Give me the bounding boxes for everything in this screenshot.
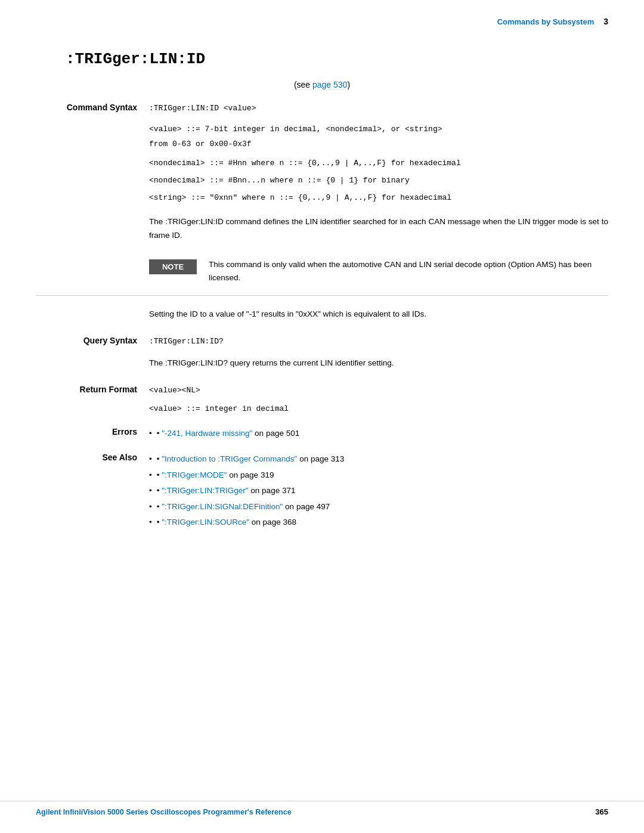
nondecimal2: <nondecimal> ::= #Bnn...n where n ::= {0…: [149, 175, 608, 187]
return-line2: <value> ::= integer in decimal: [149, 403, 608, 416]
nondecimal1: <nondecimal> ::= #Hnn where n ::= {0,..,…: [149, 157, 608, 170]
header-right: Commands by Subsystem 3: [497, 17, 608, 26]
see-also-link-2[interactable]: ":TRIGger:LIN:TRIGger": [162, 486, 248, 495]
command-syntax-content: :TRIGger:LIN:ID <value> <value> ::= 7-bi…: [149, 103, 608, 247]
header-page-number: 3: [603, 17, 608, 26]
content-area: :TRIGger:LIN:ID (see page 530) Command S…: [0, 32, 644, 577]
errors-section: Errors • "-241, Hardware missing" on pag…: [36, 427, 608, 443]
command-description: The :TRIGger:LIN:ID command defines the …: [149, 215, 608, 243]
query-description: The :TRIGger:LIN:ID? query returns the c…: [149, 357, 608, 370]
errors-content: • "-241, Hardware missing" on page 501: [149, 427, 608, 443]
return-format-content: <value><NL> <value> ::= integer in decim…: [149, 385, 608, 418]
section-label: Commands by Subsystem: [497, 17, 595, 26]
list-item: • "Introduction to :TRIGger Commands" on…: [149, 453, 608, 466]
command-syntax-label: Command Syntax: [36, 103, 149, 112]
note-box: NOTE This command is only valid when the…: [36, 258, 608, 285]
errors-list: • "-241, Hardware missing" on page 501: [149, 427, 608, 440]
list-item: • ":TRIGger:LIN:TRIGger" on page 371: [149, 484, 608, 497]
return-format-section: Return Format <value><NL> <value> ::= in…: [36, 385, 608, 418]
return-line1: <value><NL>: [149, 385, 608, 397]
value-line2: from 0-63 or 0x00-0x3f: [149, 138, 608, 151]
page-header: Commands by Subsystem 3: [0, 0, 644, 32]
see-page-link[interactable]: page 530: [312, 80, 347, 89]
see-also-link-4[interactable]: ":TRIGger:LIN:SOURce": [162, 518, 249, 527]
setting-id-content: Setting the ID to a value of "-1" result…: [149, 308, 608, 326]
query-syntax-section: Query Syntax :TRIGger:LIN:ID? The :TRIGg…: [36, 336, 608, 375]
divider: [36, 295, 608, 296]
page-title: :TRIGger:LIN:ID: [66, 50, 608, 68]
see-also-link-3[interactable]: ":TRIGger:LIN:SIGNal:DEFinition": [162, 502, 283, 511]
string-line: <string> ::= "0xnn" where n ::= {0,..,9 …: [149, 192, 608, 205]
command-syntax-section: Command Syntax :TRIGger:LIN:ID <value> <…: [36, 103, 608, 247]
return-format-label: Return Format: [36, 385, 149, 394]
query-syntax-line: :TRIGger:LIN:ID?: [149, 336, 608, 348]
note-content: This command is only valid when the auto…: [209, 258, 608, 285]
see-also-link-0[interactable]: "Introduction to :TRIGger Commands": [162, 454, 297, 463]
list-item: • "-241, Hardware missing" on page 501: [149, 427, 608, 440]
list-item: • ":TRIGger:MODE" on page 319: [149, 469, 608, 482]
see-also-link-1[interactable]: ":TRIGger:MODE": [162, 470, 227, 479]
see-also-label: See Also: [36, 453, 149, 462]
page-footer: Agilent InfiniiVision 5000 Series Oscill…: [0, 801, 644, 816]
query-syntax-label: Query Syntax: [36, 336, 149, 345]
setting-id-section: Setting the ID to a value of "-1" result…: [36, 308, 608, 326]
see-page-ref: (see page 530): [36, 80, 608, 89]
page: Commands by Subsystem 3 :TRIGger:LIN:ID …: [0, 0, 644, 833]
note-label: NOTE: [149, 259, 197, 274]
see-also-content: • "Introduction to :TRIGger Commands" on…: [149, 453, 608, 532]
list-item: • ":TRIGger:LIN:SOURce" on page 368: [149, 516, 608, 529]
see-also-section: See Also • "Introduction to :TRIGger Com…: [36, 453, 608, 532]
see-also-list: • "Introduction to :TRIGger Commands" on…: [149, 453, 608, 529]
error-link[interactable]: "-241, Hardware missing": [162, 429, 252, 438]
syntax-line: :TRIGger:LIN:ID <value>: [149, 103, 608, 115]
error-link-text: "-241, Hardware missing" on page 501: [162, 427, 299, 440]
setting-id-text: Setting the ID to a value of "-1" result…: [149, 308, 608, 321]
value-line1: <value> ::= 7-bit integer in decimal, <n…: [149, 123, 608, 136]
footer-page-number: 365: [595, 807, 608, 816]
footer-title: Agilent InfiniiVision 5000 Series Oscill…: [36, 808, 292, 816]
query-syntax-content: :TRIGger:LIN:ID? The :TRIGger:LIN:ID? qu…: [149, 336, 608, 375]
list-item: • ":TRIGger:LIN:SIGNal:DEFinition" on pa…: [149, 500, 608, 513]
errors-label: Errors: [36, 427, 149, 436]
